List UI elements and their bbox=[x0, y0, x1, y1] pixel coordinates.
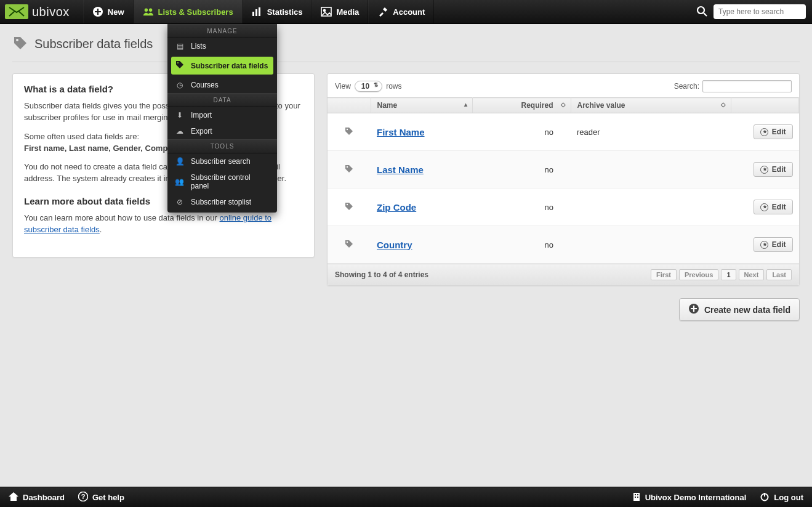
info-p4: You can learn more about how to use data… bbox=[24, 213, 303, 236]
svg-point-9 bbox=[177, 62, 179, 63]
dd-search-label: Subscriber search bbox=[191, 157, 251, 166]
col-actions bbox=[731, 98, 799, 113]
bottom-help-label: Get help bbox=[92, 493, 124, 502]
dd-stoplist-label: Subscriber stoplist bbox=[191, 198, 251, 206]
nav-lists[interactable]: Lists & Subscribers bbox=[134, 0, 243, 23]
field-name-link[interactable]: Country bbox=[377, 240, 412, 250]
global-search-input[interactable] bbox=[718, 7, 801, 16]
tag-icon bbox=[344, 241, 354, 251]
top-right bbox=[696, 4, 806, 19]
nav-lists-label: Lists & Subscribers bbox=[158, 7, 233, 17]
dd-export[interactable]: ☁ Export bbox=[167, 123, 277, 139]
info-p4a: You can learn more about how to use data… bbox=[24, 213, 220, 222]
global-search[interactable] bbox=[714, 4, 806, 19]
brand-name: ubivox bbox=[32, 5, 70, 19]
dd-courses[interactable]: ◷ Courses bbox=[167, 77, 277, 93]
col-name-label: Name bbox=[377, 101, 398, 110]
people-icon bbox=[143, 6, 154, 17]
edit-button[interactable]: Edit bbox=[754, 237, 793, 252]
dd-section-data: DATA bbox=[167, 93, 277, 107]
bottom-help[interactable]: ? Get help bbox=[78, 492, 124, 503]
page-body: Subscriber data fields What is a data fi… bbox=[0, 24, 812, 333]
svg-point-1 bbox=[144, 9, 147, 12]
dd-subscriber-data-fields[interactable]: Subscriber data fields bbox=[171, 57, 273, 75]
field-name-link[interactable]: First Name bbox=[377, 127, 425, 137]
field-required: no bbox=[472, 151, 571, 189]
dd-sdf-label: Subscriber data fields bbox=[191, 62, 268, 70]
col-archive-label: Archive value bbox=[577, 101, 625, 110]
field-archive: reader bbox=[571, 113, 731, 151]
table-panel: View 10 rows Search: Name ▴ bbox=[327, 73, 800, 286]
svg-rect-3 bbox=[252, 12, 254, 16]
table-search-input[interactable] bbox=[702, 80, 792, 92]
pager-next[interactable]: Next bbox=[739, 269, 765, 280]
svg-rect-26 bbox=[637, 497, 638, 498]
edit-button[interactable]: Edit bbox=[754, 124, 793, 139]
dd-lists[interactable]: ▤ Lists bbox=[167, 38, 277, 54]
pager-last[interactable]: Last bbox=[766, 269, 792, 280]
bottom-org[interactable]: Ubivox Demo International bbox=[632, 492, 747, 503]
dd-panel-label: Subscriber control panel bbox=[191, 173, 270, 190]
dd-subscriber-stoplist[interactable]: ⊘ Subscriber stoplist bbox=[167, 194, 277, 210]
pager-1[interactable]: 1 bbox=[721, 269, 736, 280]
columns: What is a data field? Subscriber data fi… bbox=[12, 73, 800, 286]
nav-account[interactable]: Account bbox=[368, 0, 434, 23]
bottom-dashboard[interactable]: Dashboard bbox=[9, 492, 65, 503]
field-name-link[interactable]: Zip Code bbox=[377, 202, 416, 213]
cloud-icon: ☁ bbox=[175, 127, 185, 136]
tag-icon bbox=[344, 204, 354, 213]
col-name[interactable]: Name ▴ bbox=[371, 98, 472, 113]
nav-account-label: Account bbox=[393, 7, 425, 17]
edit-button[interactable]: Edit bbox=[754, 200, 793, 214]
tag-icon bbox=[175, 60, 185, 71]
svg-rect-4 bbox=[255, 9, 257, 16]
svg-point-11 bbox=[347, 128, 348, 129]
dd-export-label: Export bbox=[191, 127, 212, 136]
bottom-dashboard-label: Dashboard bbox=[23, 493, 65, 502]
info-p4b: . bbox=[100, 225, 102, 234]
table-controls: View 10 rows Search: bbox=[328, 74, 799, 97]
bottom-logout[interactable]: Log out bbox=[760, 492, 803, 503]
create-btn-label: Create new data field bbox=[704, 305, 790, 315]
dd-section-tools: TOOLS bbox=[167, 139, 277, 153]
svg-rect-25 bbox=[635, 497, 636, 498]
col-archive[interactable]: Archive value ◇ bbox=[571, 98, 731, 113]
edit-button[interactable]: Edit bbox=[754, 162, 793, 177]
dd-import[interactable]: ⬇ Import bbox=[167, 107, 277, 123]
field-name-link[interactable]: Last Name bbox=[377, 164, 424, 175]
nav-media[interactable]: Media bbox=[312, 0, 368, 23]
lists-dropdown: MANAGE ▤ Lists Subscriber data fields ◷ … bbox=[167, 24, 277, 213]
svg-point-17 bbox=[347, 241, 348, 242]
import-icon: ⬇ bbox=[175, 111, 185, 120]
rows-select[interactable]: 10 bbox=[355, 81, 382, 92]
brand-logo[interactable]: ubivox bbox=[5, 4, 83, 19]
nav-stats-label: Statistics bbox=[267, 7, 303, 17]
clock-icon: ◷ bbox=[175, 81, 185, 89]
svg-point-10 bbox=[16, 39, 18, 41]
svg-point-15 bbox=[347, 203, 348, 205]
image-icon bbox=[321, 6, 332, 17]
table-search-label: Search: bbox=[674, 82, 699, 91]
search-icon[interactable] bbox=[696, 6, 707, 18]
pager-first[interactable]: First bbox=[651, 269, 677, 280]
dd-subscriber-panel[interactable]: 👥 Subscriber control panel bbox=[167, 169, 277, 194]
svg-point-2 bbox=[148, 9, 151, 12]
dd-subscriber-search[interactable]: 👤 Subscriber search bbox=[167, 153, 277, 169]
help-icon: ? bbox=[78, 492, 88, 503]
home-icon bbox=[9, 492, 18, 503]
col-icon[interactable] bbox=[328, 98, 371, 113]
col-required[interactable]: Required ◇ bbox=[472, 98, 571, 113]
col-required-label: Required bbox=[521, 101, 553, 110]
table-status: Showing 1 to 4 of 4 entries bbox=[335, 270, 428, 279]
page-header: Subscriber data fields bbox=[12, 35, 800, 62]
create-row: Create new data field bbox=[12, 298, 800, 321]
create-data-field-button[interactable]: Create new data field bbox=[679, 298, 800, 321]
pager: First Previous 1 Next Last bbox=[651, 269, 792, 280]
svg-point-13 bbox=[347, 166, 348, 167]
list-icon: ▤ bbox=[175, 42, 185, 51]
table-search: Search: bbox=[674, 80, 792, 92]
chart-icon bbox=[252, 6, 263, 17]
pager-prev[interactable]: Previous bbox=[679, 269, 718, 280]
nav-new[interactable]: New bbox=[83, 0, 134, 23]
nav-stats[interactable]: Statistics bbox=[243, 0, 312, 23]
